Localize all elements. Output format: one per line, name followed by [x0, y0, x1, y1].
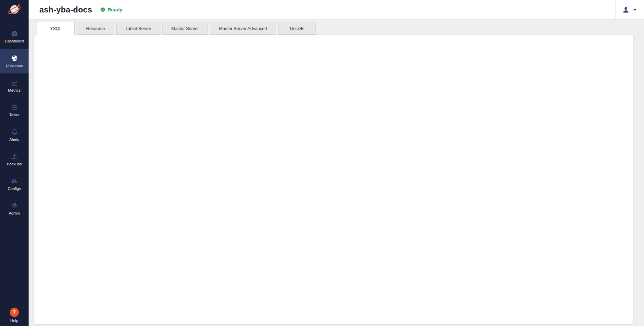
sidebar-item-help[interactable]: ? Help: [0, 308, 29, 323]
tab-master-server-advanced[interactable]: Master Server Advanced: [210, 22, 276, 35]
help-question-icon: ?: [10, 308, 19, 317]
sidebar-item-label: Help: [10, 319, 18, 323]
sidebar-item-admin[interactable]: Admin: [0, 196, 29, 221]
sidebar-item-label: Backups: [7, 162, 22, 166]
metrics-chart-icon: [11, 79, 18, 87]
universe-title: ash-yba-docs: [39, 5, 92, 14]
sidebar-item-label: Tasks: [9, 113, 19, 117]
sidebar-item-alerts[interactable]: Alerts: [0, 123, 29, 147]
status-badge: Ready: [100, 7, 122, 12]
dashboard-gauge-icon: [11, 30, 18, 37]
sidebar-item-dashboard[interactable]: Dashboard: [0, 24, 29, 49]
configs-cloud-icon: [11, 177, 18, 185]
tab-resource[interactable]: Resource: [77, 22, 114, 35]
sidebar-item-backups[interactable]: Backups: [0, 147, 29, 172]
alerts-bell-icon: [11, 128, 18, 136]
tasks-list-icon: [11, 104, 18, 111]
header: ash-yba-docs Ready: [29, 0, 644, 20]
status-text: Ready: [107, 7, 122, 12]
sidebar-item-label: Admin: [9, 211, 20, 215]
universes-globe-icon: [11, 55, 18, 62]
sidebar-nav: DashboardUniversesMetricsTasksAlertsBack…: [0, 24, 29, 221]
sidebar-item-label: Metrics: [8, 88, 21, 92]
sidebar: DashboardUniversesMetricsTasksAlertsBack…: [0, 0, 29, 326]
sidebar-item-label: Dashboard: [5, 39, 24, 43]
tab-tablet-server[interactable]: Tablet Server: [116, 22, 160, 35]
user-menu[interactable]: [615, 0, 644, 19]
sidebar-item-configs[interactable]: Configs: [0, 172, 29, 196]
user-icon: [622, 6, 630, 14]
tab-ysql[interactable]: YSQL: [37, 22, 75, 35]
sidebar-item-tasks[interactable]: Tasks: [0, 98, 29, 123]
yugabyte-planet-logo[interactable]: [0, 0, 29, 20]
backups-upload-icon: [11, 153, 18, 160]
sidebar-item-metrics[interactable]: Metrics: [0, 73, 29, 98]
sidebar-item-label: Configs: [8, 187, 21, 191]
caret-down-icon: [633, 9, 637, 11]
admin-gear-icon: [11, 202, 18, 209]
content-card: [34, 35, 633, 324]
tab-docdb[interactable]: DocDB: [278, 22, 316, 35]
check-circle-icon: [100, 7, 105, 12]
sidebar-item-universes[interactable]: Universes: [0, 49, 29, 73]
tab-master-server[interactable]: Master Server: [162, 22, 208, 35]
sidebar-item-label: Universes: [6, 64, 23, 68]
tab-bar: YSQLResourceTablet ServerMaster ServerMa…: [37, 22, 316, 35]
sidebar-item-label: Alerts: [9, 137, 19, 141]
